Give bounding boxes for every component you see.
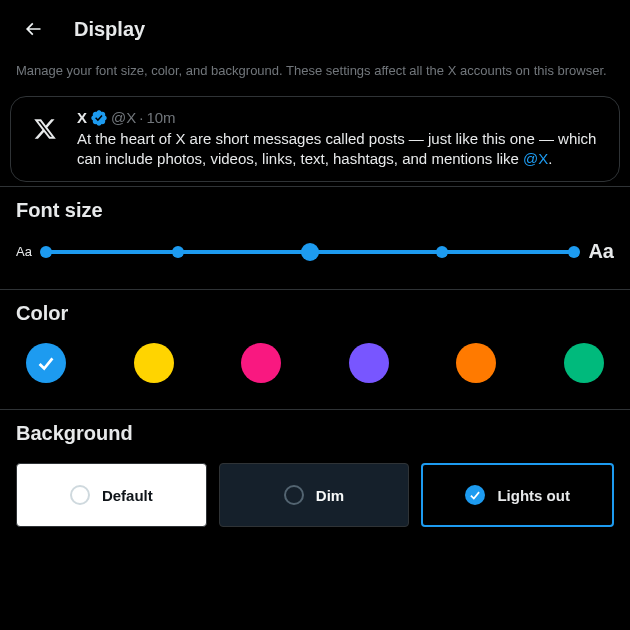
page-title: Display <box>74 18 145 41</box>
background-option-label: Dim <box>316 487 344 504</box>
check-icon <box>35 352 57 374</box>
avatar <box>25 109 65 149</box>
color-option-1[interactable] <box>134 343 174 383</box>
radio-unchecked-icon <box>284 485 304 505</box>
sample-post: X @X · 10m At the heart of X are short m… <box>10 96 620 183</box>
font-size-step-3[interactable] <box>436 246 448 258</box>
color-option-3[interactable] <box>349 343 389 383</box>
post-body: At the heart of X are short messages cal… <box>77 129 605 170</box>
color-heading: Color <box>16 302 614 325</box>
post-mention[interactable]: @X <box>523 150 548 167</box>
color-option-0[interactable] <box>26 343 66 383</box>
font-size-heading: Font size <box>16 199 614 222</box>
background-option-default[interactable]: Default <box>16 463 207 527</box>
font-size-step-1[interactable] <box>172 246 184 258</box>
back-button[interactable] <box>16 12 50 46</box>
font-size-label-small: Aa <box>16 244 32 259</box>
post-author-name: X <box>77 109 87 126</box>
color-option-5[interactable] <box>564 343 604 383</box>
radio-checked-icon <box>465 485 485 505</box>
font-size-label-big: Aa <box>588 240 614 263</box>
background-option-dim[interactable]: Dim <box>219 463 410 527</box>
background-option-lightsout[interactable]: Lights out <box>421 463 614 527</box>
font-size-step-2[interactable] <box>301 243 319 261</box>
background-option-label: Lights out <box>497 487 569 504</box>
font-size-step-0[interactable] <box>40 246 52 258</box>
font-size-step-4[interactable] <box>568 246 580 258</box>
background-option-label: Default <box>102 487 153 504</box>
color-option-4[interactable] <box>456 343 496 383</box>
x-logo-icon <box>33 117 57 141</box>
radio-unchecked-icon <box>70 485 90 505</box>
background-heading: Background <box>16 422 614 445</box>
post-time: 10m <box>146 109 175 126</box>
font-size-slider[interactable] <box>46 250 575 254</box>
page-description: Manage your font size, color, and backgr… <box>0 50 630 96</box>
arrow-left-icon <box>23 19 43 39</box>
color-option-2[interactable] <box>241 343 281 383</box>
verified-badge-icon <box>90 109 108 127</box>
post-author-handle: @X <box>111 109 136 126</box>
